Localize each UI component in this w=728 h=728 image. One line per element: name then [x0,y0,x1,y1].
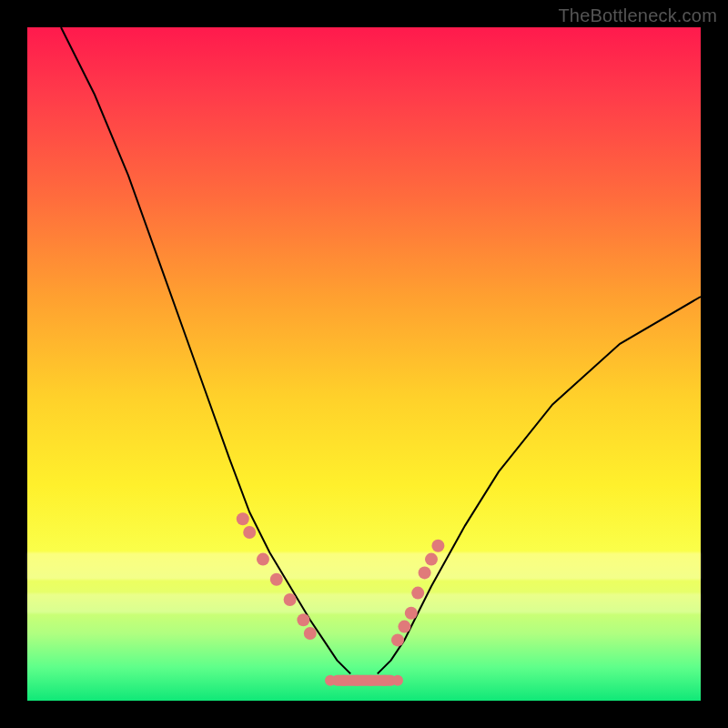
data-marker [297,613,309,626]
data-marker [405,607,418,620]
plot-area [27,27,701,701]
left-curve [61,27,350,673]
data-marker [257,553,269,566]
data-marker [352,675,363,686]
data-marker [379,675,389,686]
data-marker [419,566,431,579]
data-marker [365,675,376,686]
data-marker [237,512,249,525]
curve-layer [27,27,701,701]
data-marker [392,675,403,686]
watermark-text: TheBottleneck.com [558,5,717,26]
data-marker [304,627,317,640]
data-marker [398,621,410,633]
right-curve [378,297,701,673]
data-marker [270,573,283,586]
data-marker [243,526,256,539]
data-marker [339,675,349,686]
markers-left-branch [237,512,317,640]
data-marker [325,675,336,686]
data-marker [425,553,438,566]
markers-right-branch [391,540,444,647]
data-marker [391,633,404,646]
data-marker [284,593,297,606]
chart-stage: TheBottleneck.com [0,0,728,728]
data-marker [411,587,424,600]
data-marker [431,540,444,552]
